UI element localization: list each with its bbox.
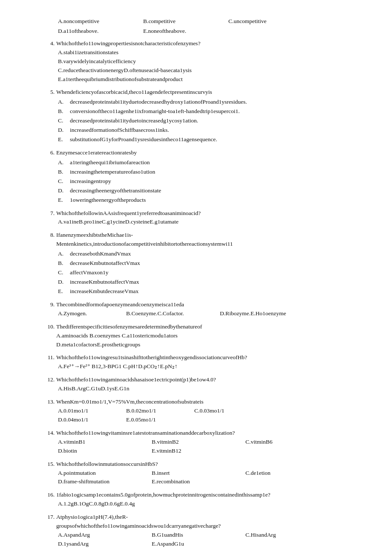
q-num-14: 18. [43, 553, 55, 555]
q-text-12: 1fabio1ogicsamp1econtains5.0gofprotein,h… [56, 491, 366, 500]
question-16: 16.1fabio1ogicsamp1econtains5.0gofprotei… [43, 491, 366, 509]
top-opt-d: D.a11oftheabove. [58, 27, 143, 36]
question-18: 18.E1ectrostaticinteractionscanhappenbet… [43, 553, 366, 555]
q-text-9: WhenKm=0.01mo1/1,V=75%Vm,theconcentratio… [56, 398, 366, 407]
q-text-5: Thecombinedformofapoenzymeandcoenzymeisc… [56, 300, 366, 309]
q-text-14: E1ectrostaticinteractionscanhappenbetwee… [56, 553, 366, 555]
top-options-row2: D.a11oftheabove. E.noneoftheabove. [43, 27, 366, 36]
question-11: 11.Whichofthefo11owingresu1tsinashifttot… [43, 353, 366, 371]
option-row-4-3: D.increaseKmbutnotaffectVmax [58, 278, 366, 287]
question-15: 15.WhichofthefollowinmutationsoccursinHb… [43, 460, 366, 487]
top-options-block: A.noncompetitive B.competitive C.uncompe… [43, 17, 366, 36]
question-9: 9.Thecombinedformofapoenzymeandcoenzymei… [43, 300, 366, 318]
q-num-4: 8. [43, 231, 55, 249]
q-num-6: 10. [43, 323, 55, 349]
option-row-2-3: D.decreasingtheenergyofthetransitionstat… [58, 186, 366, 195]
option-row-2-4: E.1oweringtheenergyoftheproducts [58, 196, 366, 205]
q-text-11: WhichofthefollowinmutationsoccursinHbS? [56, 460, 366, 469]
questions-container: 4.Whichofthefo11owingpropertiesisnotchar… [43, 39, 366, 555]
top-opt-b: B.competitive [143, 17, 228, 26]
question-7: 7.WhichofthefollowinAAsisfrequent1yrefer… [43, 209, 366, 227]
option-row-4-0: A.decreasebothKmandVmax [58, 250, 366, 259]
question-14: 14.Whichofthefo11owingvitaminsre1atestot… [43, 429, 366, 456]
q-num-9: 13. [43, 398, 55, 407]
q-text-8: Whichofthefo11owingaminoacidshasaisoe1ec… [56, 375, 366, 384]
top-opt-c: C.uncompetitive [228, 17, 314, 26]
q-text-4: IfanenzymeexhibtstheMichae1is-Mentenkine… [56, 231, 366, 249]
question-5: 5.Whendeficiencyofascorbicacid,theco11ag… [43, 88, 366, 144]
q-text-6: Thedifferentspecificitiesofenzymesaredet… [56, 323, 366, 349]
q-text-2: Enzymesacce1eratereactionratesby [56, 148, 366, 157]
q-text-1: Whendeficiencyofascorbicacid,theco11agen… [56, 88, 366, 97]
option-row-2-0: A.a1teringtheequi1ibriumofareaction [58, 158, 366, 167]
q-num-2: 6. [43, 148, 55, 157]
q-num-3: 7. [43, 209, 55, 218]
option-row-1-3: D.increasedformationofSchiffbasecross1in… [58, 126, 366, 135]
question-4: 4.Whichofthefo11owingpropertiesisnotchar… [43, 39, 366, 84]
q-num-1: 5. [43, 88, 55, 97]
question-13: 13.WhenKm=0.01mo1/1,V=75%Vm,theconcentra… [43, 398, 366, 424]
question-10: 10.Thedifferentspecificitiesofenzymesare… [43, 323, 366, 349]
q-text-0: Whichofthefo11owingpropertiesisnotcharac… [56, 39, 366, 48]
option-row-1-2: C.decreasedproteinstabi1ityduetoincrease… [58, 116, 366, 125]
question-17: 17.Atphysio1ogica1pH(7.4),theR-groupsofw… [43, 513, 366, 549]
q-num-11: 15. [43, 460, 55, 469]
question-6: 6.Enzymesacce1eratereactionratesbyA.a1te… [43, 148, 366, 205]
q-num-0: 4. [43, 39, 55, 48]
q-num-10: 14. [43, 429, 55, 438]
question-8: 8.IfanenzymeexhibtstheMichae1is-Mentenki… [43, 231, 366, 296]
option-row-2-1: B.increasingthetemperatureofaso1ution [58, 168, 366, 177]
q-num-12: 16. [43, 491, 55, 500]
q-num-5: 9. [43, 300, 55, 309]
question-12: 12.Whichofthefo11owingaminoacidshasaisoe… [43, 375, 366, 393]
option-row-1-1: B.conversionoftheco11agenhe1ixfromaright… [58, 107, 366, 116]
option-row-4-2: C.affectVmaxon1y [58, 268, 366, 277]
option-row-2-2: C.increasingentropy [58, 177, 366, 186]
q-num-8: 12. [43, 375, 55, 384]
top-options-row1: A.noncompetitive B.competitive C.uncompe… [43, 17, 366, 26]
q-num-7: 11. [43, 353, 55, 362]
q-text-13: Atphysio1ogica1pH(7.4),theR-groupsofwhic… [56, 513, 366, 531]
q-num-13: 17. [43, 513, 55, 531]
option-row-1-0: A.decreasedproteinstabi1ityduetodecrease… [58, 98, 366, 107]
q-text-10: Whichofthefo11owingvitaminsre1atestotran… [56, 429, 366, 438]
top-opt-a: A.noncompetitive [58, 17, 143, 26]
top-opt-e: E.noneoftheabove. [143, 27, 228, 36]
option-row-4-4: E.increaseKmbutdecreaseVmax [58, 287, 366, 296]
option-row-1-4: E.substitutionofG1yforProand1ysresiduesi… [58, 135, 366, 144]
q-text-7: Whichofthefo11owingresu1tsinashifttother… [56, 353, 366, 362]
q-text-3: WhichofthefollowinAAsisfrequent1yreferre… [56, 209, 366, 218]
option-row-4-1: B.decreaseKmbutnotaffectVmax [58, 259, 366, 268]
